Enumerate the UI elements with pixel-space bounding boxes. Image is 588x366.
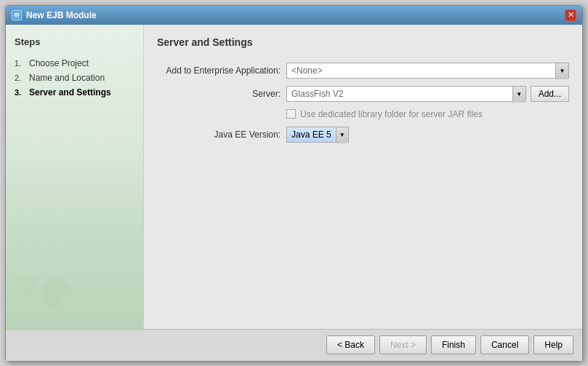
- svg-rect-0: [14, 12, 20, 17]
- step-2: 2. Name and Location: [15, 71, 134, 85]
- svg-rect-1: [14, 17, 20, 18]
- java-ee-label: Java EE Version:: [157, 130, 281, 140]
- sidebar: Steps 1. Choose Project 2. Name and Loca…: [6, 25, 144, 329]
- server-control: GlassFish V2 ▼ Add...: [286, 86, 569, 102]
- server-value: GlassFish V2: [287, 87, 512, 101]
- help-button[interactable]: Help: [533, 335, 573, 354]
- checkbox-row: Use dedicated library folder for server …: [157, 109, 569, 119]
- enterprise-app-row: Add to Enterprise Application: <None> ▼: [157, 63, 569, 79]
- dedicated-library-checkbox[interactable]: [286, 109, 296, 119]
- enterprise-app-value: <None>: [287, 63, 555, 78]
- dialog-window: New EJB Module ✕ Steps 1. Choose Project…: [5, 5, 583, 362]
- enterprise-app-dropdown[interactable]: <None> ▼: [286, 63, 569, 79]
- titlebar-left: New EJB Module: [12, 10, 97, 20]
- step-2-num: 2.: [15, 73, 26, 82]
- window-title: New EJB Module: [26, 10, 97, 20]
- window-icon: [12, 10, 22, 20]
- main-panel: Server and Settings Add to Enterprise Ap…: [144, 25, 582, 329]
- step-1-label: Choose Project: [29, 58, 89, 68]
- sidebar-decoration: [13, 256, 86, 314]
- dedicated-library-label: Use dedicated library folder for server …: [300, 109, 483, 119]
- enterprise-app-arrow[interactable]: ▼: [555, 63, 568, 79]
- step-3: 3. Server and Settings: [15, 85, 134, 100]
- enterprise-app-control: <None> ▼: [286, 63, 569, 79]
- server-label: Server:: [157, 89, 281, 99]
- server-row: Server: GlassFish V2 ▼ Add...: [157, 86, 569, 102]
- step-1-num: 1.: [15, 59, 26, 68]
- spacer: [157, 150, 569, 317]
- bottom-bar: < Back Next > Finish Cancel Help: [6, 329, 582, 361]
- enterprise-app-label: Add to Enterprise Application:: [157, 65, 281, 76]
- java-ee-dropdown[interactable]: Java EE 5 ▼: [286, 127, 349, 143]
- cancel-button[interactable]: Cancel: [480, 335, 529, 354]
- back-button[interactable]: < Back: [326, 335, 375, 354]
- svg-point-4: [17, 275, 38, 295]
- content-area: Steps 1. Choose Project 2. Name and Loca…: [6, 25, 582, 329]
- step-3-label: Server and Settings: [29, 87, 111, 98]
- next-button[interactable]: Next >: [379, 335, 427, 354]
- finish-button[interactable]: Finish: [431, 335, 476, 354]
- step-1: 1. Choose Project: [15, 56, 134, 71]
- steps-list: 1. Choose Project 2. Name and Location 3…: [15, 56, 134, 100]
- step-2-label: Name and Location: [29, 73, 105, 83]
- steps-heading: Steps: [15, 36, 134, 47]
- svg-point-5: [59, 295, 76, 312]
- java-ee-row: Java EE Version: Java EE 5 ▼: [157, 127, 569, 143]
- java-ee-arrow[interactable]: ▼: [337, 127, 348, 143]
- server-arrow[interactable]: ▼: [512, 87, 525, 103]
- titlebar: New EJB Module ✕: [6, 6, 582, 25]
- add-server-button[interactable]: Add...: [531, 86, 569, 102]
- java-ee-value: Java EE 5: [287, 127, 337, 142]
- step-3-num: 3.: [15, 88, 26, 97]
- close-button[interactable]: ✕: [565, 9, 576, 21]
- server-dropdown[interactable]: GlassFish V2 ▼: [286, 86, 526, 102]
- panel-title: Server and Settings: [157, 36, 569, 51]
